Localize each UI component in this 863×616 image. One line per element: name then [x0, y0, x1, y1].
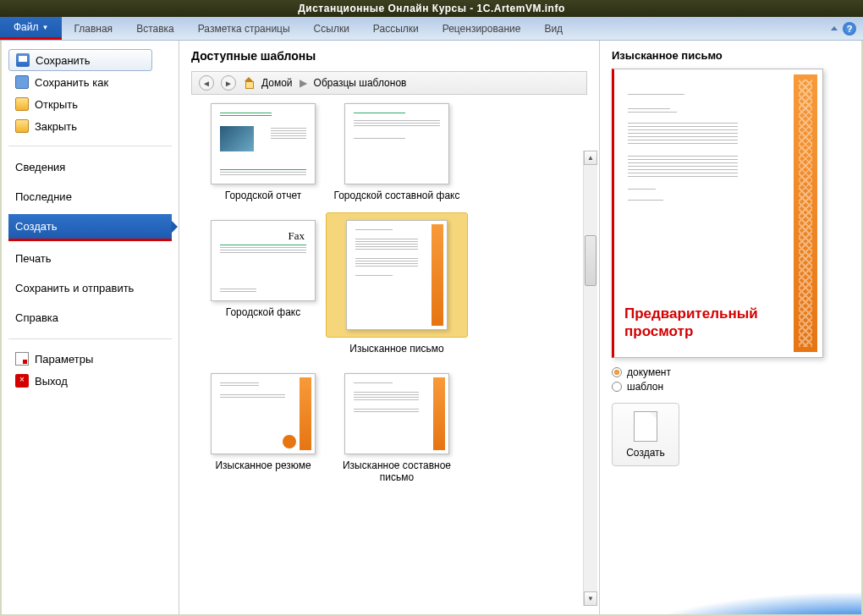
exit-button[interactable]: × Выход — [8, 370, 172, 392]
template-elegant-resume[interactable]: Изысканное резюме — [200, 373, 327, 483]
breadcrumb-bar: ◄ ► Домой ▶ Образцы шаблонов — [191, 71, 587, 95]
template-label: Изысканное резюме — [200, 459, 327, 471]
save-label: Сохранить — [36, 54, 91, 67]
template-city-fax-compound[interactable]: Городской составной факс — [333, 103, 460, 201]
template-label: Городской составной факс — [333, 190, 460, 201]
save-as-label: Сохранить как — [35, 76, 108, 89]
open-button[interactable]: Открыть — [8, 93, 172, 115]
save-as-icon — [15, 75, 29, 89]
radio-icon — [612, 382, 622, 392]
save-icon — [16, 53, 30, 67]
backstage-sidebar: Сохранить Сохранить как Открыть Закрыть … — [2, 41, 179, 614]
options-icon — [15, 352, 29, 366]
tab-home[interactable]: Главная — [62, 17, 124, 40]
tab-mailings[interactable]: Рассылки — [361, 17, 431, 40]
tab-references[interactable]: Ссылки — [302, 17, 361, 40]
template-city-fax[interactable]: Fax Городской факс — [200, 220, 327, 355]
chevron-right-icon: ▶ — [300, 77, 307, 89]
template-label: Изысканное составное письмо — [333, 459, 460, 483]
window-titlebar: Дистанционные Онлайн Курсы - 1C.ArtemVM.… — [0, 0, 863, 17]
radio-template-label: шаблон — [627, 381, 663, 393]
create-item[interactable]: Создать — [8, 214, 172, 241]
exit-icon: × — [15, 374, 29, 388]
dropdown-icon: ▼ — [42, 24, 49, 31]
close-button[interactable]: Закрыть — [8, 115, 172, 137]
template-gallery: Городской отчет Городской составной факс… — [191, 103, 587, 483]
scroll-thumb[interactable] — [585, 235, 596, 286]
create-button-label: Создать — [626, 447, 665, 459]
open-label: Открыть — [35, 98, 78, 111]
tab-review[interactable]: Рецензирование — [431, 17, 533, 40]
tab-file-label: Файл — [14, 21, 39, 33]
save-button[interactable]: Сохранить — [8, 49, 152, 71]
templates-panel: Доступные шаблоны ◄ ► Домой ▶ Образцы ша… — [179, 41, 599, 614]
template-label: Городской отчет — [200, 190, 327, 201]
help-item[interactable]: Справка — [8, 305, 172, 330]
radio-icon — [612, 367, 622, 377]
radio-template[interactable]: шаблон — [612, 381, 849, 393]
document-icon — [634, 411, 657, 442]
folder-close-icon — [15, 119, 29, 133]
template-city-report[interactable]: Городской отчет — [200, 103, 327, 201]
nav-back-icon[interactable]: ◄ — [199, 75, 214, 91]
template-label: Изысканное письмо — [333, 343, 460, 355]
preview-thumbnail: Предварительный просмотр — [612, 69, 823, 358]
close-label: Закрыть — [35, 120, 77, 133]
scroll-down-icon[interactable]: ▼ — [584, 591, 597, 606]
info-item[interactable]: Сведения — [8, 155, 172, 179]
help-icon[interactable]: ? — [843, 22, 856, 36]
create-button[interactable]: Создать — [612, 403, 679, 466]
preview-annotation: Предварительный просмотр — [624, 305, 822, 340]
preview-title: Изысканное письмо — [612, 49, 849, 62]
minimize-ribbon-icon[interactable] — [831, 26, 838, 30]
folder-open-icon — [15, 97, 29, 111]
tab-insert[interactable]: Вставка — [124, 17, 186, 40]
fax-label: Fax — [289, 229, 305, 243]
templates-heading: Доступные шаблоны — [191, 49, 587, 63]
exit-label: Выход — [35, 375, 68, 388]
tab-file[interactable]: Файл ▼ — [0, 17, 62, 40]
tab-page-layout[interactable]: Разметка страницы — [186, 17, 302, 40]
template-elegant-letter[interactable]: Изысканное письмо — [333, 220, 460, 355]
options-button[interactable]: Параметры — [8, 348, 172, 370]
home-icon[interactable] — [243, 77, 255, 89]
recent-item[interactable]: Последние — [8, 184, 172, 209]
template-elegant-compound-letter[interactable]: Изысканное составное письмо — [333, 373, 460, 483]
print-item[interactable]: Печать — [8, 246, 172, 271]
tab-view[interactable]: Вид — [532, 17, 574, 40]
crumb-home[interactable]: Домой — [261, 77, 293, 89]
radio-document[interactable]: документ — [612, 366, 849, 378]
save-as-button[interactable]: Сохранить как — [8, 71, 172, 93]
template-label: Городской факс — [200, 306, 327, 318]
ribbon-tabs: Файл ▼ Главная Вставка Разметка страницы… — [0, 17, 863, 41]
crumb-current[interactable]: Образцы шаблонов — [314, 77, 407, 89]
gallery-scrollbar[interactable]: ▲ ▼ — [583, 151, 597, 606]
scroll-up-icon[interactable]: ▲ — [584, 151, 597, 165]
radio-document-label: документ — [627, 366, 671, 378]
options-label: Параметры — [35, 353, 93, 366]
nav-forward-icon[interactable]: ► — [221, 75, 236, 91]
save-send-item[interactable]: Сохранить и отправить — [8, 276, 172, 300]
preview-panel: Изысканное письмо Предварительный просмо… — [599, 41, 861, 614]
